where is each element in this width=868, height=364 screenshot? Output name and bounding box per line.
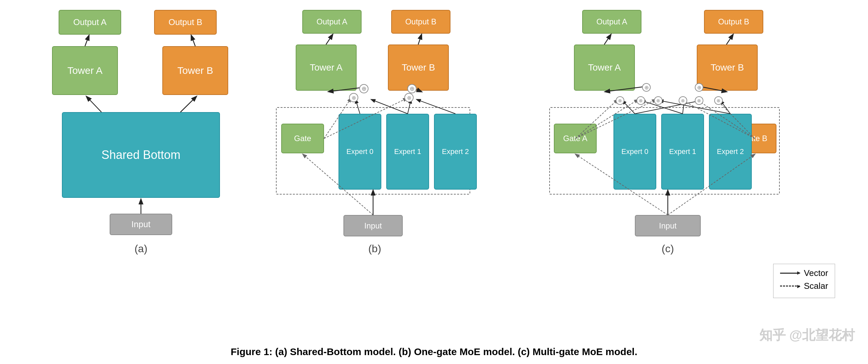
output-b-box-c: Output B	[704, 10, 763, 34]
diagram-c-label: (c)	[661, 243, 674, 255]
watermark: 知乎 @北望花村	[760, 326, 855, 344]
legend-vector: Vector	[780, 268, 828, 278]
diagram-c: Output A Output B Tower A Tower B	[516, 10, 819, 255]
diagrams-row: Output A Output B Tower A Tower B Shared…	[0, 0, 868, 343]
svg-line-35	[726, 35, 733, 45]
expert2-box-b: Expert 2	[434, 114, 477, 190]
mult-c-a1: ⊗	[616, 96, 624, 105]
legend-scalar: Scalar	[780, 281, 828, 291]
mult-c-a3: ⊗	[654, 96, 662, 105]
tower-b-box-a: Tower B	[162, 46, 228, 95]
mult-c-b2: ⊗	[695, 96, 703, 105]
svg-line-4	[191, 36, 195, 46]
diagram-a: Output A Output B Tower A Tower B Shared…	[49, 10, 233, 255]
svg-line-3	[85, 36, 89, 46]
multiply-circle-b2: ⊗	[404, 93, 413, 102]
svg-line-13	[326, 35, 333, 45]
output-b-box-a: Output B	[154, 10, 217, 35]
output-a-box-c: Output A	[582, 10, 642, 34]
input-box-a: Input	[110, 214, 172, 235]
svg-line-14	[418, 35, 422, 45]
diagram-a-label: (a)	[134, 243, 147, 255]
vector-label: Vector	[804, 268, 828, 278]
diagram-b: Output A Output B Tower A Tower B	[259, 10, 490, 255]
expert0-box-c: Expert 0	[614, 114, 656, 190]
scalar-line-icon	[780, 285, 800, 286]
svg-line-2	[181, 96, 196, 112]
tower-a-box-c: Tower A	[574, 45, 635, 91]
main-container: Output A Output B Tower A Tower B Shared…	[0, 0, 868, 364]
shared-bottom-box: Shared Bottom	[62, 112, 220, 198]
mult-c-a2: ⊗	[637, 96, 645, 105]
plus-c-b: ⊕	[695, 83, 703, 92]
output-a-box-b: Output A	[302, 10, 362, 34]
plus-circle-b1: ⊕	[359, 84, 369, 93]
input-box-c: Input	[635, 215, 701, 236]
input-box-b: Input	[343, 215, 403, 236]
expert0-box-b: Expert 0	[339, 114, 381, 190]
tower-b-box-b: Tower B	[388, 45, 449, 91]
gate-box-b: Gate	[281, 124, 324, 153]
figure-caption: Figure 1: (a) Shared-Bottom model. (b) O…	[0, 346, 868, 357]
tower-b-box-c: Tower B	[697, 45, 758, 91]
tower-a-box-b: Tower A	[296, 45, 356, 91]
expert1-box-c: Expert 1	[661, 114, 704, 190]
mult-c-b3: ⊗	[714, 96, 723, 105]
output-b-box-b: Output B	[391, 10, 451, 34]
expert1-box-b: Expert 1	[386, 114, 429, 190]
legend-box: Vector Scalar	[773, 264, 835, 298]
multiply-circle-b1: ⊗	[349, 93, 358, 102]
expert2-box-c: Expert 2	[709, 114, 752, 190]
plus-circle-b2: ⊕	[407, 84, 416, 93]
output-a-box-a: Output A	[59, 10, 121, 35]
gate-a-box-c: Gate A	[554, 124, 597, 153]
plus-c-a: ⊕	[642, 83, 651, 92]
tower-a-box-a: Tower A	[52, 46, 118, 95]
diagram-b-label: (b)	[368, 243, 381, 255]
svg-line-1	[87, 96, 101, 112]
scalar-label: Scalar	[804, 281, 828, 291]
svg-line-34	[604, 35, 611, 45]
mult-c-b1: ⊗	[679, 96, 687, 105]
vector-line-icon	[780, 273, 800, 274]
